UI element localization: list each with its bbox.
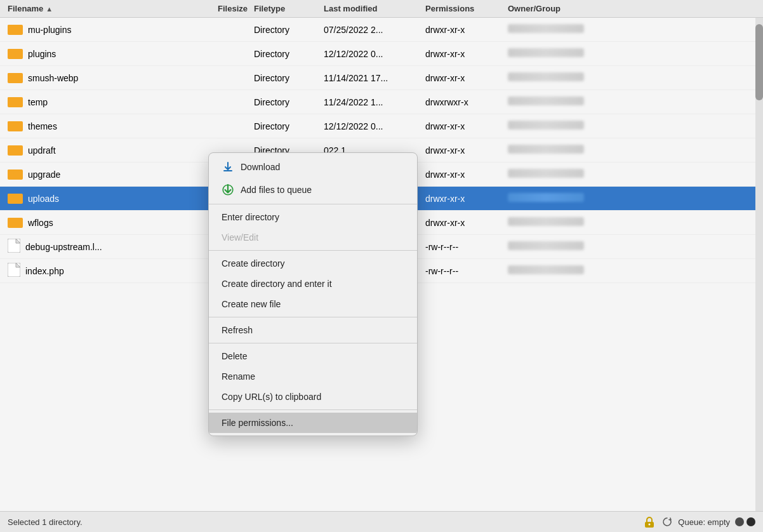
cell-owner (508, 24, 609, 35)
status-right: Queue: empty (642, 515, 755, 529)
cell-owner (508, 72, 609, 83)
status-bar: Selected 1 directory. Queue: empty (0, 511, 763, 532)
blurred-owner (508, 96, 584, 105)
filename-header-label: Filename (8, 4, 43, 13)
separator-4 (209, 343, 417, 343)
col-header-lastmod[interactable]: Last modified (324, 4, 425, 13)
context-menu-view-edit: View/Edit (209, 227, 417, 248)
cell-owner (508, 217, 609, 228)
svg-rect-14 (8, 123, 14, 124)
context-create-dir-label: Create directory (222, 258, 285, 269)
cell-owner (508, 48, 609, 59)
col-header-filetype[interactable]: Filetype (254, 4, 324, 13)
col-header-filesize[interactable]: Filesize (197, 4, 254, 13)
cell-owner (508, 265, 609, 276)
cell-filetype: Directory (254, 121, 324, 131)
table-row[interactable]: pluginsDirectory12/12/2022 0...drwxr-xr-… (0, 42, 763, 66)
blurred-owner (508, 48, 584, 57)
svg-rect-23 (8, 196, 14, 197)
file-icon (8, 263, 20, 279)
status-dots (735, 517, 755, 526)
folder-icon (8, 46, 23, 61)
blurred-owner (508, 24, 584, 33)
context-create-file-label: Create new file (222, 299, 281, 309)
table-row[interactable]: smush-webpDirectory11/14/2021 17...drwxr… (0, 66, 763, 90)
dot-dark (746, 517, 755, 526)
cell-owner (508, 193, 609, 204)
file-name: themes (28, 121, 57, 131)
context-menu-refresh[interactable]: Refresh (209, 320, 417, 340)
blurred-owner (508, 169, 584, 178)
table-row[interactable]: tempDirectory11/24/2022 1...drwxrwxr-x (0, 90, 763, 114)
context-menu-copy-url[interactable]: Copy URL(s) to clipboard (209, 387, 417, 407)
file-name: uploads (28, 194, 59, 204)
cell-owner (508, 145, 609, 156)
context-view-edit-label: View/Edit (222, 232, 258, 243)
table-header: Filename ▲ Filesize Filetype Last modifi… (0, 0, 763, 18)
context-menu-download[interactable]: Download (209, 156, 417, 178)
cell-permissions: drwxr-xr-x (425, 25, 508, 35)
context-menu-file-permissions[interactable]: File permissions... (209, 413, 417, 433)
col-header-owner[interactable]: Owner/Group (508, 4, 609, 13)
separator-1 (209, 204, 417, 204)
svg-rect-5 (8, 51, 14, 52)
svg-rect-8 (8, 75, 14, 76)
context-file-permissions-label: File permissions... (222, 418, 293, 428)
table-row[interactable]: mu-pluginsDirectory07/25/2022 2...drwxr-… (0, 18, 763, 42)
cell-permissions: drwxr-xr-x (425, 121, 508, 131)
cell-lastmod: 12/12/2022 0... (324, 49, 425, 59)
dot-green (735, 517, 744, 526)
cell-permissions: drwxr-xr-x (425, 145, 508, 156)
cell-permissions: drwxr-xr-x (425, 49, 508, 59)
separator-3 (209, 317, 417, 317)
svg-rect-20 (8, 171, 14, 173)
context-menu-delete[interactable]: Delete (209, 346, 417, 366)
context-menu-create-new-file[interactable]: Create new file (209, 294, 417, 314)
context-delete-label: Delete (222, 351, 247, 361)
cell-owner (508, 241, 609, 252)
folder-icon (8, 95, 23, 109)
cell-lastmod: 07/25/2022 2... (324, 25, 425, 35)
context-download-label: Download (241, 162, 280, 172)
cell-permissions: drwxr-xr-x (425, 170, 508, 180)
col-header-filename[interactable]: Filename ▲ (0, 4, 197, 13)
cell-filename: index.php (0, 263, 197, 279)
cell-permissions: drwxr-xr-x (425, 194, 508, 204)
context-menu-add-to-queue[interactable]: Add files to queue (209, 178, 417, 201)
cell-permissions: drwxrwxr-x (425, 97, 508, 107)
context-copy-url-label: Copy URL(s) to clipboard (222, 392, 321, 402)
lock-icon (642, 515, 656, 529)
scrollbar-thumb[interactable] (755, 24, 763, 100)
queue-label: Queue: empty (678, 517, 730, 527)
blurred-owner (508, 193, 584, 202)
filetype-header-label: Filetype (254, 4, 285, 13)
context-menu-create-directory-enter[interactable]: Create directory and enter it (209, 274, 417, 294)
cell-filename: plugins (0, 46, 197, 61)
context-enter-dir-label: Enter directory (222, 212, 279, 222)
context-menu-create-directory[interactable]: Create directory (209, 253, 417, 274)
cell-filename: debug-upstream.l... (0, 239, 197, 255)
svg-rect-17 (8, 147, 14, 149)
sort-arrow-icon: ▲ (46, 5, 53, 13)
separator-2 (209, 250, 417, 251)
table-row[interactable]: themesDirectory12/12/2022 0...drwxr-xr-x (0, 114, 763, 138)
cell-filename: updraft (0, 143, 197, 157)
file-icon (8, 239, 20, 255)
blurred-owner (508, 241, 584, 250)
scrollbar-track[interactable] (755, 18, 763, 511)
col-header-permissions[interactable]: Permissions (425, 4, 508, 13)
cell-permissions: -rw-r--r-- (425, 266, 508, 276)
context-menu-rename[interactable]: Rename (209, 366, 417, 387)
file-name: wflogs (28, 218, 53, 228)
file-name: temp (28, 97, 48, 107)
svg-rect-26 (8, 220, 14, 221)
context-menu-enter-directory[interactable]: Enter directory (209, 207, 417, 227)
cell-filename: themes (0, 119, 197, 133)
blurred-owner (508, 217, 584, 226)
cell-filename: wflogs (0, 215, 197, 230)
folder-icon (8, 143, 23, 157)
folder-icon (8, 215, 23, 230)
folder-icon (8, 167, 23, 182)
owner-header-label: Owner/Group (508, 4, 561, 13)
folder-icon (8, 70, 23, 85)
